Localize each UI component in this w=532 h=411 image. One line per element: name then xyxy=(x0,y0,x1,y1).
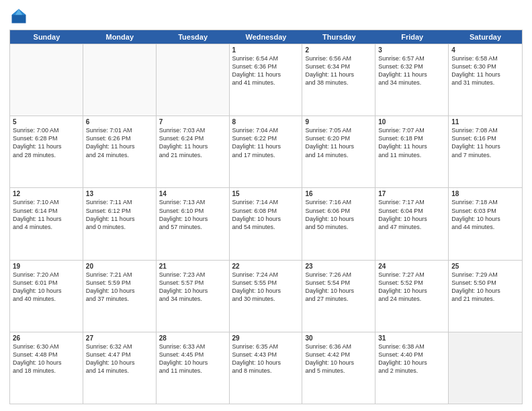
calendar-cell-r4-c0: 26Sunrise: 6:30 AM Sunset: 4:48 PM Dayli… xyxy=(10,332,83,404)
calendar-cell-r2-c6: 18Sunrise: 7:18 AM Sunset: 6:03 PM Dayli… xyxy=(449,188,522,259)
day-info: Sunrise: 6:36 AM Sunset: 4:42 PM Dayligh… xyxy=(305,342,372,375)
day-number: 22 xyxy=(232,263,300,270)
calendar-cell-r1-c0: 5Sunrise: 7:00 AM Sunset: 6:28 PM Daylig… xyxy=(10,116,83,187)
calendar-cell-r1-c1: 6Sunrise: 7:01 AM Sunset: 6:26 PM Daylig… xyxy=(83,116,157,187)
weekday-header-thursday: Thursday xyxy=(302,30,375,44)
calendar-cell-r4-c5: 31Sunrise: 6:38 AM Sunset: 4:40 PM Dayli… xyxy=(375,332,449,404)
day-number: 23 xyxy=(305,263,372,270)
day-number: 27 xyxy=(86,334,153,342)
day-number: 25 xyxy=(451,263,519,270)
calendar-cell-r0-c1 xyxy=(83,44,157,116)
calendar-cell-r2-c2: 14Sunrise: 7:13 AM Sunset: 6:10 PM Dayli… xyxy=(157,188,230,259)
day-number: 31 xyxy=(378,334,445,342)
day-info: Sunrise: 6:57 AM Sunset: 6:32 PM Dayligh… xyxy=(378,54,445,87)
calendar-cell-r1-c6: 11Sunrise: 7:08 AM Sunset: 6:16 PM Dayli… xyxy=(449,116,522,187)
day-info: Sunrise: 7:03 AM Sunset: 6:24 PM Dayligh… xyxy=(159,126,226,159)
day-info: Sunrise: 7:17 AM Sunset: 6:04 PM Dayligh… xyxy=(378,198,445,231)
day-number: 26 xyxy=(13,334,80,342)
calendar-cell-r4-c6 xyxy=(449,332,522,404)
day-number: 3 xyxy=(378,46,445,54)
day-info: Sunrise: 6:56 AM Sunset: 6:34 PM Dayligh… xyxy=(305,54,372,87)
calendar-body: 1Sunrise: 6:54 AM Sunset: 6:36 PM Daylig… xyxy=(10,44,522,404)
calendar-cell-r0-c4: 2Sunrise: 6:56 AM Sunset: 6:34 PM Daylig… xyxy=(302,44,375,116)
calendar-cell-r0-c3: 1Sunrise: 6:54 AM Sunset: 6:36 PM Daylig… xyxy=(230,44,303,116)
day-info: Sunrise: 6:54 AM Sunset: 6:36 PM Dayligh… xyxy=(232,54,300,87)
calendar-cell-r2-c3: 15Sunrise: 7:14 AM Sunset: 6:08 PM Dayli… xyxy=(230,188,303,259)
day-info: Sunrise: 6:30 AM Sunset: 4:48 PM Dayligh… xyxy=(13,342,80,375)
calendar-cell-r3-c2: 21Sunrise: 7:23 AM Sunset: 5:57 PM Dayli… xyxy=(157,261,230,332)
calendar-row-0: 1Sunrise: 6:54 AM Sunset: 6:36 PM Daylig… xyxy=(10,44,522,116)
calendar: SundayMondayTuesdayWednesdayThursdayFrid… xyxy=(9,30,523,404)
day-info: Sunrise: 6:35 AM Sunset: 4:43 PM Dayligh… xyxy=(232,342,300,375)
day-number: 11 xyxy=(451,118,519,126)
weekday-header-wednesday: Wednesday xyxy=(230,30,303,44)
day-number: 13 xyxy=(86,190,153,197)
day-info: Sunrise: 7:24 AM Sunset: 5:55 PM Dayligh… xyxy=(232,271,300,304)
day-number: 14 xyxy=(159,190,226,197)
calendar-cell-r0-c2 xyxy=(157,44,230,116)
day-number: 10 xyxy=(378,118,445,126)
calendar-cell-r1-c3: 8Sunrise: 7:04 AM Sunset: 6:22 PM Daylig… xyxy=(230,116,303,187)
calendar-cell-r3-c3: 22Sunrise: 7:24 AM Sunset: 5:55 PM Dayli… xyxy=(230,261,303,332)
calendar-cell-r3-c5: 24Sunrise: 7:27 AM Sunset: 5:52 PM Dayli… xyxy=(375,261,449,332)
day-info: Sunrise: 6:33 AM Sunset: 4:45 PM Dayligh… xyxy=(159,342,226,375)
day-number: 4 xyxy=(451,46,519,54)
day-number: 5 xyxy=(13,118,80,126)
calendar-cell-r1-c2: 7Sunrise: 7:03 AM Sunset: 6:24 PM Daylig… xyxy=(157,116,230,187)
weekday-header-tuesday: Tuesday xyxy=(157,30,230,44)
day-number: 12 xyxy=(13,190,80,197)
calendar-cell-r2-c4: 16Sunrise: 7:16 AM Sunset: 6:06 PM Dayli… xyxy=(302,188,375,259)
calendar-cell-r3-c6: 25Sunrise: 7:29 AM Sunset: 5:50 PM Dayli… xyxy=(449,261,522,332)
calendar-cell-r2-c5: 17Sunrise: 7:17 AM Sunset: 6:04 PM Dayli… xyxy=(375,188,449,259)
day-info: Sunrise: 7:18 AM Sunset: 6:03 PM Dayligh… xyxy=(451,198,519,231)
calendar-cell-r2-c1: 13Sunrise: 7:11 AM Sunset: 6:12 PM Dayli… xyxy=(83,188,157,259)
day-info: Sunrise: 7:01 AM Sunset: 6:26 PM Dayligh… xyxy=(86,126,153,159)
calendar-cell-r3-c4: 23Sunrise: 7:26 AM Sunset: 5:54 PM Dayli… xyxy=(302,261,375,332)
day-number: 29 xyxy=(232,334,300,342)
day-info: Sunrise: 6:32 AM Sunset: 4:47 PM Dayligh… xyxy=(86,342,153,375)
calendar-row-3: 19Sunrise: 7:20 AM Sunset: 6:01 PM Dayli… xyxy=(10,260,522,332)
day-number: 9 xyxy=(305,118,372,126)
header xyxy=(9,7,523,26)
calendar-cell-r0-c6: 4Sunrise: 6:58 AM Sunset: 6:30 PM Daylig… xyxy=(449,44,522,116)
day-number: 30 xyxy=(305,334,372,342)
day-number: 21 xyxy=(159,263,226,270)
day-number: 18 xyxy=(451,190,519,197)
calendar-cell-r1-c5: 10Sunrise: 7:07 AM Sunset: 6:18 PM Dayli… xyxy=(375,116,449,187)
day-info: Sunrise: 7:23 AM Sunset: 5:57 PM Dayligh… xyxy=(159,271,226,304)
day-number: 1 xyxy=(232,46,300,54)
calendar-cell-r4-c2: 28Sunrise: 6:33 AM Sunset: 4:45 PM Dayli… xyxy=(157,332,230,404)
day-number: 8 xyxy=(232,118,300,126)
calendar-cell-r4-c1: 27Sunrise: 6:32 AM Sunset: 4:47 PM Dayli… xyxy=(83,332,157,404)
day-info: Sunrise: 7:11 AM Sunset: 6:12 PM Dayligh… xyxy=(86,198,153,231)
day-info: Sunrise: 7:07 AM Sunset: 6:18 PM Dayligh… xyxy=(378,126,445,159)
day-info: Sunrise: 7:08 AM Sunset: 6:16 PM Dayligh… xyxy=(451,126,519,159)
page: SundayMondayTuesdayWednesdayThursdayFrid… xyxy=(0,0,532,411)
calendar-cell-r4-c4: 30Sunrise: 6:36 AM Sunset: 4:42 PM Dayli… xyxy=(302,332,375,404)
day-number: 20 xyxy=(86,263,153,270)
day-info: Sunrise: 7:14 AM Sunset: 6:08 PM Dayligh… xyxy=(232,198,300,231)
calendar-cell-r1-c4: 9Sunrise: 7:05 AM Sunset: 6:20 PM Daylig… xyxy=(302,116,375,187)
day-number: 2 xyxy=(305,46,372,54)
day-info: Sunrise: 6:58 AM Sunset: 6:30 PM Dayligh… xyxy=(451,54,519,87)
day-number: 6 xyxy=(86,118,153,126)
day-info: Sunrise: 7:13 AM Sunset: 6:10 PM Dayligh… xyxy=(159,198,226,231)
logo-icon xyxy=(9,7,28,26)
calendar-cell-r4-c3: 29Sunrise: 6:35 AM Sunset: 4:43 PM Dayli… xyxy=(230,332,303,404)
calendar-cell-r3-c1: 20Sunrise: 7:21 AM Sunset: 5:59 PM Dayli… xyxy=(83,261,157,332)
day-number: 24 xyxy=(378,263,445,270)
day-number: 17 xyxy=(378,190,445,197)
day-info: Sunrise: 7:26 AM Sunset: 5:54 PM Dayligh… xyxy=(305,271,372,304)
day-info: Sunrise: 7:04 AM Sunset: 6:22 PM Dayligh… xyxy=(232,126,300,159)
day-info: Sunrise: 6:38 AM Sunset: 4:40 PM Dayligh… xyxy=(378,342,445,375)
day-info: Sunrise: 7:29 AM Sunset: 5:50 PM Dayligh… xyxy=(451,271,519,304)
day-number: 15 xyxy=(232,190,300,197)
weekday-header-friday: Friday xyxy=(375,30,449,44)
day-info: Sunrise: 7:20 AM Sunset: 6:01 PM Dayligh… xyxy=(13,271,80,304)
calendar-header: SundayMondayTuesdayWednesdayThursdayFrid… xyxy=(10,30,522,44)
day-info: Sunrise: 7:00 AM Sunset: 6:28 PM Dayligh… xyxy=(13,126,80,159)
day-info: Sunrise: 7:27 AM Sunset: 5:52 PM Dayligh… xyxy=(378,271,445,304)
weekday-header-saturday: Saturday xyxy=(449,30,522,44)
calendar-row-2: 12Sunrise: 7:10 AM Sunset: 6:14 PM Dayli… xyxy=(10,187,522,259)
calendar-cell-r0-c5: 3Sunrise: 6:57 AM Sunset: 6:32 PM Daylig… xyxy=(375,44,449,116)
